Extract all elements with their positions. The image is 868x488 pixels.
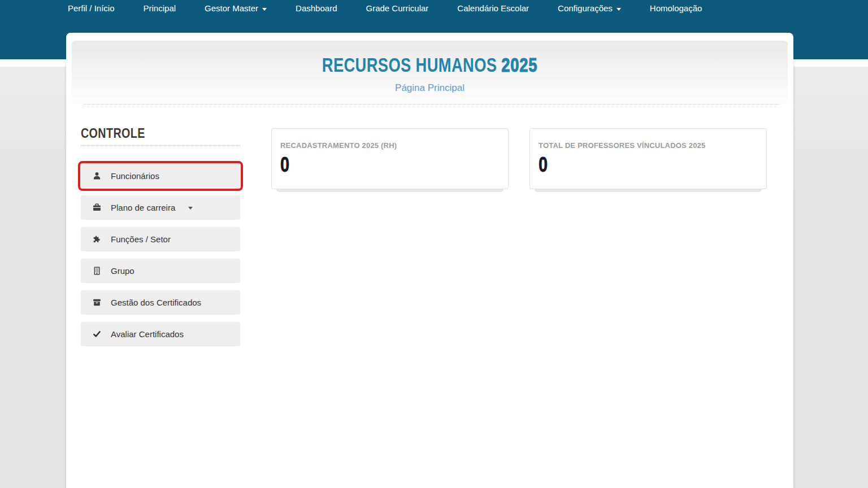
page-title-year: 2025 bbox=[501, 54, 537, 76]
sidebar-item-funcoes-setor[interactable]: Funções / Setor bbox=[81, 227, 240, 251]
archive-icon bbox=[92, 298, 101, 307]
control-sidebar: CONTROLE Funcionários bbox=[81, 127, 240, 354]
sidebar-item-grupo[interactable]: Grupo bbox=[81, 259, 240, 283]
briefcase-icon bbox=[92, 203, 101, 212]
caret-down-icon bbox=[262, 8, 267, 11]
header-divider bbox=[83, 104, 779, 104]
stat-card-recadastramento: RECADASTRAMENTO 2025 (RH) 0 bbox=[271, 128, 509, 189]
nav-item-label: Homologação bbox=[650, 3, 702, 14]
nav-item-label: Dashboard bbox=[296, 3, 337, 14]
nav-item-gestor-master[interactable]: Gestor Master bbox=[205, 3, 267, 14]
nav-item-label: Calendário Escolar bbox=[457, 3, 529, 14]
sidebar-item-label: Grupo bbox=[111, 266, 134, 276]
nav-item-perfil-inicio[interactable]: Perfil / Início bbox=[68, 3, 115, 14]
page-title-main: RECURSOS HUMANOS bbox=[322, 54, 502, 76]
page-subtitle-link[interactable]: Página Principal bbox=[72, 82, 788, 94]
caret-down-icon bbox=[617, 8, 621, 11]
sidebar-item-gestao-certificados[interactable]: Gestão dos Certificados bbox=[81, 290, 240, 315]
page-header: RECURSOS HUMANOS 2025 Página Principal bbox=[72, 41, 788, 104]
nav-item-label: Grade Curricular bbox=[366, 3, 428, 14]
stat-value: 0 bbox=[539, 154, 548, 175]
check-icon bbox=[92, 330, 101, 338]
nav-item-calendario-escolar[interactable]: Calendário Escolar bbox=[457, 3, 529, 14]
nav-item-principal[interactable]: Principal bbox=[144, 3, 176, 14]
sidebar-heading: CONTROLE bbox=[81, 127, 145, 140]
sidebar-item-label: Avaliar Certificados bbox=[111, 329, 184, 339]
nav-item-label: Perfil / Início bbox=[68, 3, 115, 14]
nav-item-grade-curricular[interactable]: Grade Curricular bbox=[366, 3, 428, 14]
nav-item-label: Configurações bbox=[558, 3, 613, 14]
sidebar-item-label: Funcionários bbox=[111, 171, 159, 181]
nav-item-label: Principal bbox=[144, 3, 176, 14]
main-content-card: RECURSOS HUMANOS 2025 Página Principal C… bbox=[66, 33, 793, 488]
nav-item-configuracoes[interactable]: Configurações bbox=[558, 3, 621, 14]
sidebar-button-list: Funcionários Plano de carreira Funçõe bbox=[81, 164, 240, 346]
sidebar-divider bbox=[81, 145, 240, 146]
stat-label: RECADASTRAMENTO 2025 (RH) bbox=[272, 129, 508, 150]
nav-item-label: Gestor Master bbox=[205, 3, 258, 14]
sidebar-item-label: Plano de carreira bbox=[111, 203, 175, 212]
sidebar-item-label: Funções / Setor bbox=[111, 234, 171, 244]
sidebar-item-avaliar-certificados[interactable]: Avaliar Certificados bbox=[81, 322, 240, 346]
building-icon bbox=[92, 267, 101, 275]
nav-items: Perfil / Início Principal Gestor Master … bbox=[0, 0, 868, 14]
caret-down-icon bbox=[188, 207, 193, 210]
nav-item-dashboard[interactable]: Dashboard bbox=[296, 3, 337, 14]
stat-value: 0 bbox=[280, 154, 289, 175]
user-icon bbox=[92, 172, 101, 180]
stats-row: RECADASTRAMENTO 2025 (RH) 0 TOTAL DE PRO… bbox=[271, 128, 767, 189]
nav-item-homologacao[interactable]: Homologação bbox=[650, 3, 702, 14]
sidebar-item-label: Gestão dos Certificados bbox=[111, 298, 201, 307]
stat-card-professores-vinculados: TOTAL DE PROFESSORES VÍNCULADOS 2025 0 bbox=[530, 128, 767, 189]
page-title: RECURSOS HUMANOS 2025 bbox=[322, 54, 537, 76]
puzzle-icon bbox=[92, 235, 101, 243]
sidebar-item-plano-de-carreira[interactable]: Plano de carreira bbox=[81, 195, 240, 220]
stat-label: TOTAL DE PROFESSORES VÍNCULADOS 2025 bbox=[530, 129, 766, 150]
sidebar-item-funcionarios[interactable]: Funcionários bbox=[81, 164, 240, 188]
